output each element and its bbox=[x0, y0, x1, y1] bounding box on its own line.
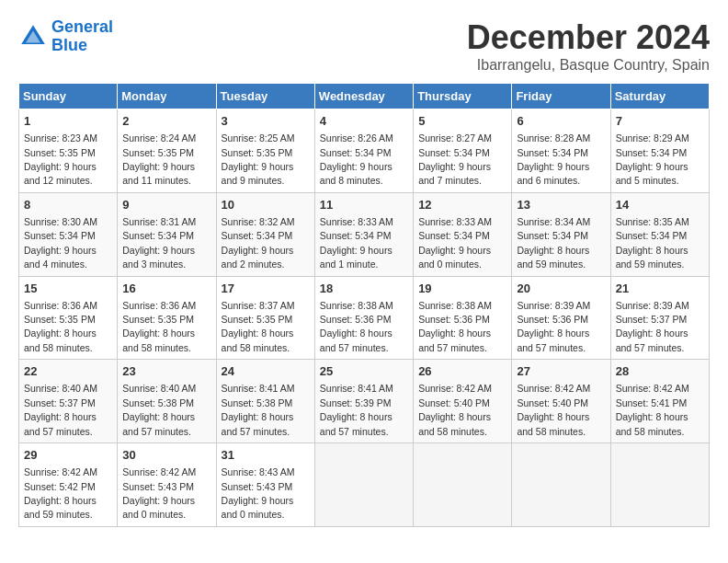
day-info: Sunrise: 8:38 AM Sunset: 5:36 PM Dayligh… bbox=[320, 300, 393, 353]
day-number: 20 bbox=[517, 281, 605, 297]
day-number: 12 bbox=[418, 197, 506, 213]
calendar-cell bbox=[414, 443, 512, 527]
calendar-week-1: 1Sunrise: 8:23 AM Sunset: 5:35 PM Daylig… bbox=[19, 109, 710, 193]
calendar-cell: 16Sunrise: 8:36 AM Sunset: 5:35 PM Dayli… bbox=[118, 276, 216, 360]
day-info: Sunrise: 8:25 AM Sunset: 5:35 PM Dayligh… bbox=[222, 132, 295, 186]
day-info: Sunrise: 8:36 AM Sunset: 5:35 PM Dayligh… bbox=[122, 300, 196, 353]
calendar-cell: 23Sunrise: 8:40 AM Sunset: 5:38 PM Dayli… bbox=[118, 360, 216, 443]
day-info: Sunrise: 8:34 AM Sunset: 5:34 PM Dayligh… bbox=[517, 216, 590, 270]
day-number: 28 bbox=[616, 363, 704, 380]
day-number: 16 bbox=[122, 281, 210, 297]
calendar-cell: 31Sunrise: 8:43 AM Sunset: 5:43 PM Dayli… bbox=[216, 443, 314, 527]
calendar-cell: 5Sunrise: 8:27 AM Sunset: 5:34 PM Daylig… bbox=[414, 109, 512, 193]
day-info: Sunrise: 8:35 AM Sunset: 5:34 PM Dayligh… bbox=[616, 216, 689, 270]
day-info: Sunrise: 8:36 AM Sunset: 5:35 PM Dayligh… bbox=[24, 300, 97, 353]
day-info: Sunrise: 8:33 AM Sunset: 5:34 PM Dayligh… bbox=[418, 216, 492, 270]
day-info: Sunrise: 8:42 AM Sunset: 5:43 PM Dayligh… bbox=[122, 466, 196, 520]
day-info: Sunrise: 8:30 AM Sunset: 5:34 PM Dayligh… bbox=[24, 216, 97, 270]
day-info: Sunrise: 8:42 AM Sunset: 5:40 PM Dayligh… bbox=[418, 383, 492, 436]
calendar-cell: 1Sunrise: 8:23 AM Sunset: 5:35 PM Daylig… bbox=[19, 109, 118, 193]
day-info: Sunrise: 8:40 AM Sunset: 5:37 PM Dayligh… bbox=[24, 383, 97, 436]
day-info: Sunrise: 8:39 AM Sunset: 5:37 PM Dayligh… bbox=[616, 300, 689, 353]
day-number: 8 bbox=[24, 197, 112, 213]
weekday-header-tuesday: Tuesday bbox=[216, 84, 314, 109]
day-number: 9 bbox=[122, 197, 210, 213]
calendar-cell: 13Sunrise: 8:34 AM Sunset: 5:34 PM Dayli… bbox=[512, 192, 610, 276]
calendar-cell: 6Sunrise: 8:28 AM Sunset: 5:34 PM Daylig… bbox=[512, 109, 610, 193]
weekday-header-wednesday: Wednesday bbox=[314, 84, 413, 109]
calendar-cell bbox=[512, 443, 610, 527]
day-number: 15 bbox=[24, 281, 112, 297]
calendar-week-3: 15Sunrise: 8:36 AM Sunset: 5:35 PM Dayli… bbox=[19, 276, 710, 360]
logo-line2: Blue bbox=[51, 36, 87, 54]
day-number: 21 bbox=[616, 281, 704, 297]
day-number: 26 bbox=[418, 363, 506, 380]
calendar-cell: 17Sunrise: 8:37 AM Sunset: 5:35 PM Dayli… bbox=[216, 276, 314, 360]
day-info: Sunrise: 8:33 AM Sunset: 5:34 PM Dayligh… bbox=[320, 216, 393, 270]
day-info: Sunrise: 8:39 AM Sunset: 5:36 PM Dayligh… bbox=[517, 300, 590, 353]
day-info: Sunrise: 8:32 AM Sunset: 5:34 PM Dayligh… bbox=[222, 216, 295, 270]
calendar-cell: 7Sunrise: 8:29 AM Sunset: 5:34 PM Daylig… bbox=[610, 109, 709, 193]
calendar-cell: 28Sunrise: 8:42 AM Sunset: 5:41 PM Dayli… bbox=[610, 360, 709, 443]
calendar-cell: 15Sunrise: 8:36 AM Sunset: 5:35 PM Dayli… bbox=[19, 276, 118, 360]
weekday-header-saturday: Saturday bbox=[610, 84, 709, 109]
calendar-cell: 14Sunrise: 8:35 AM Sunset: 5:34 PM Dayli… bbox=[610, 192, 709, 276]
weekday-header-friday: Friday bbox=[512, 84, 610, 109]
day-info: Sunrise: 8:27 AM Sunset: 5:34 PM Dayligh… bbox=[418, 132, 492, 186]
day-info: Sunrise: 8:26 AM Sunset: 5:34 PM Dayligh… bbox=[320, 132, 393, 186]
day-number: 29 bbox=[24, 447, 112, 464]
calendar-cell: 20Sunrise: 8:39 AM Sunset: 5:36 PM Dayli… bbox=[512, 276, 610, 360]
calendar-cell bbox=[610, 443, 709, 527]
day-number: 27 bbox=[517, 363, 605, 380]
day-info: Sunrise: 8:24 AM Sunset: 5:35 PM Dayligh… bbox=[122, 132, 196, 186]
day-info: Sunrise: 8:42 AM Sunset: 5:41 PM Dayligh… bbox=[616, 383, 689, 436]
day-info: Sunrise: 8:42 AM Sunset: 5:42 PM Dayligh… bbox=[24, 466, 97, 520]
day-info: Sunrise: 8:31 AM Sunset: 5:34 PM Dayligh… bbox=[122, 216, 196, 270]
day-info: Sunrise: 8:37 AM Sunset: 5:35 PM Dayligh… bbox=[222, 300, 295, 353]
day-number: 7 bbox=[616, 113, 704, 130]
calendar-cell: 30Sunrise: 8:42 AM Sunset: 5:43 PM Dayli… bbox=[118, 443, 216, 527]
calendar-table: SundayMondayTuesdayWednesdayThursdayFrid… bbox=[18, 83, 710, 527]
day-number: 22 bbox=[24, 363, 112, 380]
day-number: 31 bbox=[222, 447, 310, 464]
calendar-week-2: 8Sunrise: 8:30 AM Sunset: 5:34 PM Daylig… bbox=[19, 192, 710, 276]
day-number: 3 bbox=[222, 113, 310, 130]
day-info: Sunrise: 8:41 AM Sunset: 5:38 PM Dayligh… bbox=[222, 383, 295, 436]
day-info: Sunrise: 8:43 AM Sunset: 5:43 PM Dayligh… bbox=[222, 466, 295, 520]
calendar-cell: 26Sunrise: 8:42 AM Sunset: 5:40 PM Dayli… bbox=[414, 360, 512, 443]
logo-icon bbox=[18, 22, 48, 52]
day-number: 2 bbox=[122, 113, 210, 130]
logo-text: General Blue bbox=[51, 18, 113, 55]
calendar-cell: 21Sunrise: 8:39 AM Sunset: 5:37 PM Dayli… bbox=[610, 276, 709, 360]
day-info: Sunrise: 8:28 AM Sunset: 5:34 PM Dayligh… bbox=[517, 132, 590, 186]
calendar-week-5: 29Sunrise: 8:42 AM Sunset: 5:42 PM Dayli… bbox=[19, 443, 710, 527]
weekday-header-thursday: Thursday bbox=[414, 84, 512, 109]
calendar-week-4: 22Sunrise: 8:40 AM Sunset: 5:37 PM Dayli… bbox=[19, 360, 710, 443]
day-number: 30 bbox=[122, 447, 210, 464]
day-number: 18 bbox=[320, 281, 408, 297]
day-info: Sunrise: 8:38 AM Sunset: 5:36 PM Dayligh… bbox=[418, 300, 492, 353]
day-info: Sunrise: 8:41 AM Sunset: 5:39 PM Dayligh… bbox=[320, 383, 393, 436]
day-number: 24 bbox=[222, 363, 310, 380]
calendar-cell: 22Sunrise: 8:40 AM Sunset: 5:37 PM Dayli… bbox=[19, 360, 118, 443]
logo: General Blue bbox=[18, 18, 113, 55]
title-area: December 2024 Ibarrangelu, Basque Countr… bbox=[467, 18, 710, 74]
page-header: General Blue December 2024 Ibarrangelu, … bbox=[18, 18, 710, 74]
calendar-cell: 4Sunrise: 8:26 AM Sunset: 5:34 PM Daylig… bbox=[314, 109, 413, 193]
calendar-cell: 25Sunrise: 8:41 AM Sunset: 5:39 PM Dayli… bbox=[314, 360, 413, 443]
month-title: December 2024 bbox=[467, 18, 710, 57]
day-number: 14 bbox=[616, 197, 704, 213]
calendar-cell: 29Sunrise: 8:42 AM Sunset: 5:42 PM Dayli… bbox=[19, 443, 118, 527]
day-info: Sunrise: 8:42 AM Sunset: 5:40 PM Dayligh… bbox=[517, 383, 590, 436]
calendar-cell: 12Sunrise: 8:33 AM Sunset: 5:34 PM Dayli… bbox=[414, 192, 512, 276]
day-number: 6 bbox=[517, 113, 605, 130]
logo-line1: General bbox=[51, 17, 113, 36]
calendar-cell: 2Sunrise: 8:24 AM Sunset: 5:35 PM Daylig… bbox=[118, 109, 216, 193]
day-number: 1 bbox=[24, 113, 112, 130]
day-number: 11 bbox=[320, 197, 408, 213]
calendar-cell: 10Sunrise: 8:32 AM Sunset: 5:34 PM Dayli… bbox=[216, 192, 314, 276]
weekday-header-monday: Monday bbox=[118, 84, 216, 109]
day-info: Sunrise: 8:40 AM Sunset: 5:38 PM Dayligh… bbox=[122, 383, 196, 436]
calendar-cell: 27Sunrise: 8:42 AM Sunset: 5:40 PM Dayli… bbox=[512, 360, 610, 443]
day-number: 13 bbox=[517, 197, 605, 213]
